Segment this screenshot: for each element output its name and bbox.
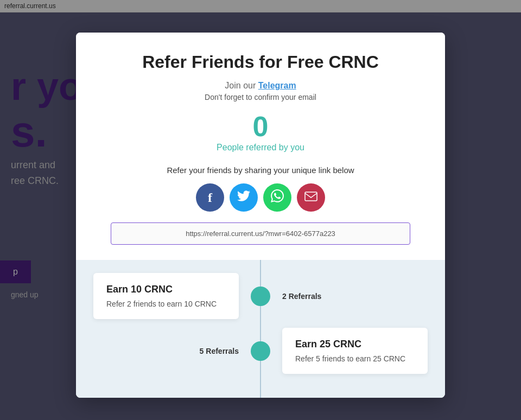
milestone-1-card-container: Earn 10 CRNC Refer 2 friends to earn 10 …: [93, 273, 260, 319]
milestone-2-card-container: Earn 25 CRNC Refer 5 friends to earn 25 …: [260, 328, 428, 374]
milestone-1-desc: Refer 2 friends to earn 10 CRNC: [106, 300, 226, 308]
svg-rect-0: [305, 192, 317, 201]
milestone-2-badge-container: 5 Referrals: [93, 346, 260, 356]
share-intro-text: Refer your friends by sharing your uniqu…: [102, 166, 419, 175]
milestones-section: Earn 10 CRNC Refer 2 friends to earn 10 …: [76, 260, 445, 398]
facebook-icon: f: [208, 190, 212, 205]
milestone-1-badge: 2 Referrals: [282, 292, 321, 301]
milestone-2-badge: 5 Referrals: [200, 347, 239, 355]
referral-label: People referred by you: [102, 143, 419, 152]
subtitle-text: Join our: [225, 81, 258, 90]
share-buttons-group: f: [102, 183, 419, 212]
modal-title: Refer Friends for Free CRNC: [102, 52, 419, 72]
telegram-link[interactable]: Telegram: [258, 81, 296, 90]
referral-link-input[interactable]: https://referral.current.us/?mwr=6402-65…: [111, 222, 410, 245]
milestone-row-2: 5 Referrals Earn 25 CRNC Refer 5 friends…: [93, 328, 428, 374]
milestone-2-title: Earn 25 CRNC: [295, 339, 415, 350]
whatsapp-share-button[interactable]: [263, 183, 291, 212]
referral-modal: Refer Friends for Free CRNC Join our Tel…: [76, 33, 445, 398]
email-icon: [304, 190, 317, 205]
milestone-1-title: Earn 10 CRNC: [106, 284, 226, 295]
confirm-email-text: Don't forget to confirm your email: [102, 93, 419, 101]
facebook-share-button[interactable]: f: [196, 183, 224, 212]
milestone-1-card: Earn 10 CRNC Refer 2 friends to earn 10 …: [93, 273, 239, 319]
milestone-1-badge-container: 2 Referrals: [260, 291, 428, 301]
modal-top-section: Refer Friends for Free CRNC Join our Tel…: [76, 33, 445, 260]
milestone-row-1: Earn 10 CRNC Refer 2 friends to earn 10 …: [93, 273, 428, 319]
milestone-2-desc: Refer 5 friends to earn 25 CRNC: [295, 354, 415, 363]
twitter-share-button[interactable]: [230, 183, 258, 212]
modal-overlay: Refer Friends for Free CRNC Join our Tel…: [0, 0, 521, 420]
milestone-2-dot: [251, 341, 270, 361]
modal-subtitle: Join our Telegram: [102, 81, 419, 91]
milestone-1-dot: [251, 287, 270, 306]
twitter-icon: [237, 190, 250, 205]
milestone-2-card: Earn 25 CRNC Refer 5 friends to earn 25 …: [282, 328, 428, 374]
email-share-button[interactable]: [297, 183, 325, 212]
referral-count: 0: [102, 112, 419, 141]
whatsapp-icon: [271, 189, 284, 206]
